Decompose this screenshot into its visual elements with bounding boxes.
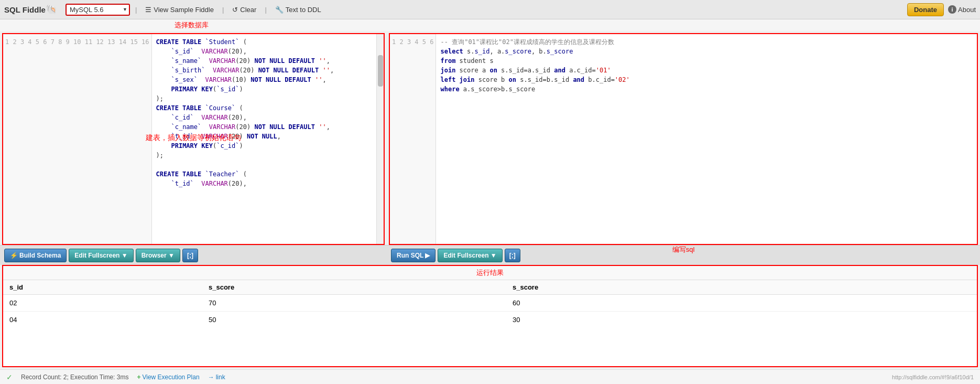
brackets-right-button[interactable]: [;] bbox=[505, 249, 520, 262]
link-link[interactable]: → link bbox=[208, 374, 225, 381]
browser-label: Browser bbox=[141, 252, 167, 259]
edit-fullscreen-right-label: Edit Fullscreen bbox=[443, 252, 488, 259]
db-select[interactable]: MySQL 5.6 PostgreSQL 9.6 SQLite Oracle M… bbox=[66, 4, 130, 16]
url-text: http://sqlfiddle.com/#!9/a6f10d/1 bbox=[892, 374, 974, 380]
nav-separator-1: | bbox=[135, 6, 137, 14]
table-cell: 02 bbox=[3, 295, 202, 312]
right-pane-wrapper: 1 2 3 4 5 6 -- 查询"01"课程比"02"课程成绩高的学生的信息及… bbox=[387, 31, 980, 245]
view-execution-plan-link[interactable]: + View Execution Plan bbox=[137, 374, 199, 381]
right-line-numbers: 1 2 3 4 5 6 bbox=[390, 34, 436, 244]
info-icon: i bbox=[948, 5, 956, 14]
results-table: s_id s_score s_score 027060045030 bbox=[3, 280, 977, 328]
results-label: 运行结果 bbox=[3, 266, 977, 280]
editor-wrapper: 1 2 3 4 5 6 7 8 9 10 11 12 13 14 15 16 C… bbox=[0, 31, 980, 245]
right-editor-pane: 1 2 3 4 5 6 -- 查询"01"课程比"02"课程成绩高的学生的信息及… bbox=[389, 33, 978, 245]
brackets-left-button[interactable]: [;] bbox=[182, 249, 198, 262]
view-sample-icon: ☰ bbox=[145, 6, 151, 14]
right-code-editor[interactable]: 1 2 3 4 5 6 -- 查询"01"课程比"02"课程成绩高的学生的信息及… bbox=[390, 34, 977, 244]
right-code-content[interactable]: -- 查询"01"课程比"02"课程成绩高的学生的信息及课程分数 select … bbox=[436, 34, 977, 244]
left-editor-pane: 1 2 3 4 5 6 7 8 9 10 11 12 13 14 15 16 C… bbox=[2, 33, 385, 245]
navbar: SQL Fiddle 🐚 MySQL 5.6 PostgreSQL 9.6 SQ… bbox=[0, 0, 980, 19]
left-pane-wrapper: 1 2 3 4 5 6 7 8 9 10 11 12 13 14 15 16 C… bbox=[0, 31, 387, 245]
edit-fullscreen-left-label: Edit Fullscreen bbox=[74, 252, 119, 259]
view-sample-label: View Sample Fiddle bbox=[154, 6, 214, 14]
wrench-icon: 🔧 bbox=[275, 6, 284, 14]
clear-icon: ↺ bbox=[232, 6, 238, 14]
table-cell: 60 bbox=[506, 295, 977, 312]
check-icon: ✓ bbox=[6, 373, 13, 381]
logo-text: SQL Fiddle bbox=[4, 5, 46, 14]
left-code-editor[interactable]: 1 2 3 4 5 6 7 8 9 10 11 12 13 14 15 16 C… bbox=[3, 34, 384, 244]
left-line-numbers: 1 2 3 4 5 6 7 8 9 10 11 12 13 14 15 16 bbox=[3, 34, 152, 244]
toolbar-row: ⚡ Build Schema Edit Fullscreen ▼ Browser… bbox=[0, 245, 980, 265]
col-header-sid: s_id bbox=[3, 280, 202, 295]
run-sql-label: Run SQL ▶ bbox=[397, 252, 430, 259]
about-label: About bbox=[958, 6, 976, 14]
table-cell: 04 bbox=[3, 312, 202, 328]
nav-separator-3: | bbox=[265, 6, 266, 14]
chevron-down-icon-right: ▼ bbox=[491, 252, 497, 259]
left-scrollbar[interactable] bbox=[376, 34, 384, 244]
edit-fullscreen-right-button[interactable]: Edit Fullscreen ▼ bbox=[438, 249, 502, 262]
select-db-label: 选择数据库 bbox=[0, 20, 383, 30]
left-code-content[interactable]: CREATE TABLE `Student` ( `s_id` VARCHAR(… bbox=[152, 34, 384, 244]
brackets-left-label: [;] bbox=[187, 252, 193, 259]
db-select-wrapper: MySQL 5.6 PostgreSQL 9.6 SQLite Oracle M… bbox=[66, 4, 130, 16]
table-cell: 50 bbox=[202, 312, 506, 328]
results-area: 运行结果 s_id s_score s_score 027060045030 bbox=[2, 265, 978, 367]
table-row: 027060 bbox=[3, 295, 977, 312]
edit-fullscreen-left-button[interactable]: Edit Fullscreen ▼ bbox=[69, 249, 133, 262]
table-cell: 30 bbox=[506, 312, 977, 328]
plus-icon: + bbox=[137, 374, 140, 381]
link-label: link bbox=[216, 374, 225, 381]
brackets-right-label: [;] bbox=[509, 252, 516, 259]
col-header-score1: s_score bbox=[202, 280, 506, 295]
left-scrollbar-thumb[interactable] bbox=[378, 55, 383, 87]
table-row: 045030 bbox=[3, 312, 977, 328]
clear-label: Clear bbox=[240, 6, 256, 14]
table-cell: 70 bbox=[202, 295, 506, 312]
toolbar-left: ⚡ Build Schema Edit Fullscreen ▼ Browser… bbox=[4, 249, 387, 262]
chevron-down-icon-browser: ▼ bbox=[168, 252, 175, 259]
logo-icon: 🐚 bbox=[46, 4, 57, 15]
status-bar: ✓ Record Count: 2; Execution Time: 3ms +… bbox=[0, 369, 980, 384]
view-plan-label: View Execution Plan bbox=[142, 374, 199, 381]
donate-label: Donate bbox=[914, 6, 937, 14]
view-sample-button[interactable]: ☰ View Sample Fiddle bbox=[142, 6, 217, 14]
browser-button[interactable]: Browser ▼ bbox=[136, 249, 180, 262]
build-schema-label: Build Schema bbox=[19, 252, 61, 259]
text-to-ddl-label: Text to DDL bbox=[286, 6, 321, 14]
run-sql-button[interactable]: Run SQL ▶ bbox=[391, 249, 435, 262]
donate-button[interactable]: Donate bbox=[907, 3, 944, 16]
logo: SQL Fiddle 🐚 bbox=[4, 4, 57, 15]
build-schema-icon: ⚡ bbox=[10, 252, 18, 259]
about-link[interactable]: i About bbox=[948, 5, 976, 14]
col-header-score2: s_score bbox=[506, 280, 977, 295]
results-header-row: s_id s_score s_score bbox=[3, 280, 977, 295]
arrow-icon: → bbox=[208, 374, 214, 381]
clear-button[interactable]: ↺ Clear bbox=[229, 6, 259, 14]
chevron-down-icon-left: ▼ bbox=[122, 252, 128, 259]
build-schema-button[interactable]: ⚡ Build Schema bbox=[4, 249, 67, 262]
nav-separator-2: | bbox=[222, 6, 224, 14]
text-to-ddl-button[interactable]: 🔧 Text to DDL bbox=[272, 6, 324, 14]
label-row: 选择数据库 bbox=[0, 19, 980, 31]
toolbar-right: Run SQL ▶ Edit Fullscreen ▼ [;] bbox=[391, 249, 978, 262]
record-count-text: Record Count: 2; Execution Time: 3ms bbox=[21, 374, 128, 381]
